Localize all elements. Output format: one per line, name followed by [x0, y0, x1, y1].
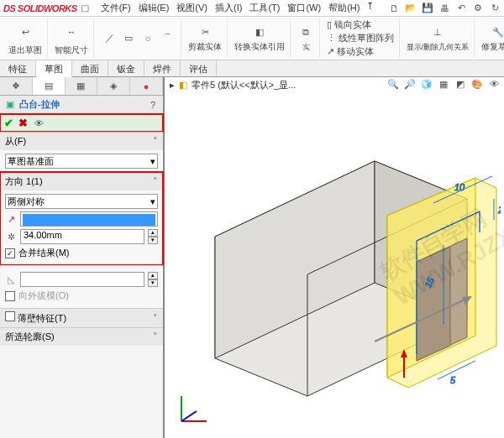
tab-weldment[interactable]: 焊件	[144, 60, 181, 76]
offset-icon: ⧉	[297, 24, 314, 41]
section-contours-header[interactable]: 所选轮廓(S)˅	[0, 328, 163, 346]
convert-icon: ◧	[251, 23, 268, 40]
menu-pin-icon[interactable]: ⤒	[364, 0, 375, 12]
zoom-fit-icon[interactable]: 🔍	[386, 77, 400, 91]
tab-sheetmetal[interactable]: 钣金	[108, 60, 144, 76]
tree-icon: ❖	[10, 81, 22, 92]
appearance-icon: ●	[140, 81, 152, 92]
panel-tab-dim[interactable]: ◈	[97, 77, 130, 95]
new-doc-icon[interactable]: 🗋	[388, 3, 400, 14]
draft-icon[interactable]: ◺	[5, 274, 17, 285]
menu-window[interactable]: 窗口(W)	[284, 0, 324, 16]
section-direction1: 方向 1(1)˄ 两侧对称▾ ↗ ✲ 34.00mm ▴▾ ✓ 合并结果(M)	[0, 172, 163, 265]
menu-view[interactable]: 视图(V)	[173, 0, 211, 16]
section-draft: ◺ ▴▾ 向外拔模(O)	[0, 265, 163, 308]
circle-icon[interactable]: ○	[139, 30, 156, 47]
undo-icon[interactable]: ↶	[455, 3, 467, 14]
section-from-header[interactable]: 从(F)˄	[0, 133, 163, 150]
view-orient-icon[interactable]: 🧊	[420, 77, 433, 91]
menu-help[interactable]: 帮助(H)	[325, 0, 363, 16]
trim-icon: ✂	[197, 23, 213, 40]
ribbon-repair[interactable]: 🔧修复草图	[476, 18, 504, 58]
draft-out-checkbox[interactable]	[5, 291, 15, 301]
options-icon[interactable]: ⚙	[472, 3, 484, 14]
from-select[interactable]: 草图基准面▾	[5, 154, 158, 169]
tab-sketch[interactable]: 草图	[36, 60, 72, 77]
command-tabs: 特征 草图 曲面 钣金 焊件 评估	[0, 60, 504, 77]
rect-icon[interactable]: ▭	[120, 30, 137, 47]
panel-tab-property[interactable]: ▤	[33, 77, 66, 95]
rebuild-icon[interactable]: ↻	[489, 3, 501, 14]
menu-edit[interactable]: 编辑(E)	[135, 0, 173, 16]
ribbon-convert[interactable]: ◧转换实体引用	[229, 18, 291, 58]
model-preview: 10 2 15 5	[165, 94, 501, 430]
tab-feature[interactable]: 特征	[0, 60, 36, 76]
arc-icon[interactable]: ⌒	[159, 30, 176, 47]
chevron-down-icon: ▾	[150, 196, 155, 207]
ribbon-sketch-tools[interactable]: ／ ▭ ○ ⌒	[96, 18, 181, 58]
tab-evaluate[interactable]: 评估	[181, 60, 217, 76]
dimension-icon: ↔	[60, 20, 83, 44]
tab-surface[interactable]: 曲面	[72, 60, 108, 76]
ribbon-mirror[interactable]: ▯ 镜向实体 ⋮ 线性草图阵列 ↗ 移动实体	[322, 18, 400, 58]
quick-access: 🗋 📂 💾 🖶 ↶ ⚙ ↻	[388, 3, 501, 14]
repair-icon: 🔧	[490, 23, 504, 40]
preview-icon[interactable]: 👁	[33, 117, 45, 129]
menu-insert[interactable]: 插入(I)	[212, 0, 245, 16]
depth-input[interactable]: 34.00mm	[20, 229, 144, 244]
move-icon: ↗	[327, 46, 334, 56]
draft-input[interactable]	[20, 272, 144, 287]
print-icon[interactable]: 🖶	[438, 3, 450, 14]
new-icon[interactable]: ▢	[79, 3, 91, 14]
thin-checkbox[interactable]	[5, 311, 15, 321]
breadcrumb[interactable]: ▸ ◧ 零件5 (默认<<默认>_显...	[170, 79, 296, 91]
direction-arrow-icon[interactable]: ↗	[5, 213, 17, 225]
open-icon[interactable]: 📂	[405, 3, 417, 14]
line-icon[interactable]: ／	[101, 30, 118, 47]
section-view-icon[interactable]: ◩	[454, 77, 467, 91]
section-contours: 所选轮廓(S)˅	[0, 327, 163, 346]
depth-spinner[interactable]: ▴▾	[148, 229, 158, 244]
menu-tools[interactable]: 工具(T)	[246, 0, 283, 16]
hide-show-icon[interactable]: 👁	[487, 77, 501, 91]
expand-icon: ˅	[153, 331, 158, 342]
config-icon: ▦	[75, 81, 87, 92]
confirm-row: ✔ ✖ 👁	[0, 114, 163, 132]
breadcrumb-expand-icon[interactable]: ▸	[170, 80, 175, 91]
dir1-type-select[interactable]: 两侧对称▾	[5, 194, 158, 209]
panel-tab-tree[interactable]: ❖	[0, 77, 33, 95]
section-thin-header[interactable]: 薄壁特征(T) ˅	[0, 309, 163, 327]
section-thin: 薄壁特征(T) ˅	[0, 308, 163, 327]
save-icon[interactable]: 💾	[422, 3, 433, 14]
cancel-button[interactable]: ✖	[18, 117, 28, 129]
mirror-icon: ▯	[327, 19, 332, 29]
ribbon-relations[interactable]: ⊥显示/删除几何关系	[402, 18, 475, 58]
view-triad[interactable]	[173, 388, 215, 430]
display-style-icon[interactable]: ▦	[437, 77, 450, 91]
draft-spinner[interactable]: ▴▾	[148, 272, 158, 287]
section-dir1-header[interactable]: 方向 1(1)˄	[0, 173, 163, 190]
graphics-view[interactable]: ▸ ◧ 零件5 (默认<<默认>_显... 🔍 🔎 🧊 ▦ ◩ 🎨 👁	[165, 77, 504, 438]
view-toolbar: 🔍 🔎 🧊 ▦ ◩ 🎨 👁	[386, 77, 501, 91]
help-icon[interactable]: ?	[147, 99, 159, 111]
ok-button[interactable]: ✔	[4, 117, 13, 129]
ribbon-offset[interactable]: ⧉实	[292, 18, 320, 58]
svg-line-26	[181, 411, 197, 421]
property-panel: ❖ ▤ ▦ ◈ ● ▣ 凸台-拉伸 ? ✔ ✖ 👁 从(F)˄ 草图基准面▾ 方…	[0, 77, 165, 438]
menu-file[interactable]: 文件(F)	[97, 0, 134, 16]
ribbon-exit-sketch[interactable]: ↩退出草图	[3, 18, 48, 58]
merge-checkbox[interactable]: ✓	[5, 248, 15, 258]
ribbon-trim[interactable]: ✂剪裁实体	[183, 18, 228, 58]
scene-icon[interactable]: 🎨	[470, 77, 484, 91]
dim-icon: ◈	[108, 81, 119, 92]
direction-ref-input[interactable]	[20, 211, 158, 227]
mirror-label: ▯ 镜向实体	[327, 18, 371, 31]
zoom-area-icon[interactable]: 🔎	[403, 77, 417, 91]
ribbon-smart-dim[interactable]: ↔智能尺寸	[50, 18, 94, 58]
feature-title: ▣ 凸台-拉伸 ?	[0, 96, 163, 114]
move-label: ↗ 移动实体	[327, 45, 374, 58]
panel-tab-config[interactable]: ▦	[66, 77, 98, 95]
panel-tab-appearance[interactable]: ●	[130, 77, 163, 95]
chevron-down-icon: ▾	[150, 156, 155, 167]
svg-text:5: 5	[450, 375, 456, 385]
